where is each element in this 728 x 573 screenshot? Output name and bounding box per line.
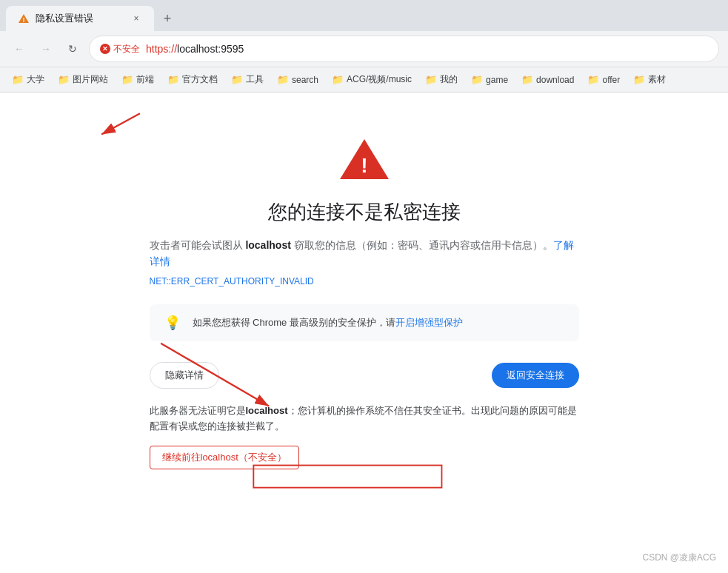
folder-icon: 📁 [58, 74, 70, 85]
bookmark-qianduan[interactable]: 📁 前端 [116, 70, 160, 89]
folder-icon: 📁 [121, 74, 133, 85]
bookmark-daxue[interactable]: 📁 大学 [6, 70, 50, 89]
bookmark-label: 前端 [136, 73, 154, 86]
folder-icon: 📁 [332, 74, 344, 85]
url-protocol: https:// [146, 43, 177, 55]
bookmark-gongju[interactable]: 📁 工具 [225, 70, 270, 89]
back-button[interactable]: ← [9, 38, 30, 59]
security-icon: ✕ [100, 44, 110, 54]
tab-title: 隐私设置错误 [36, 12, 93, 25]
bookmark-label: 我的 [440, 73, 458, 86]
error-heading: 您的连接不是私密连接 [268, 199, 461, 225]
bookmark-label: 官方文档 [182, 73, 218, 86]
description-host: localhost [245, 239, 290, 251]
address-bar-row: ← → ↻ ✕ 不安全 https://localhost:9595 [0, 31, 728, 67]
bookmark-label: 素材 [648, 73, 666, 86]
safe-return-button[interactable]: 返回安全连接 [492, 363, 579, 388]
bulb-icon: 💡 [164, 315, 181, 331]
folder-icon: 📁 [167, 74, 179, 85]
learn-more-link[interactable]: 了解详情 [150, 239, 574, 267]
folder-icon: 📁 [521, 74, 533, 85]
folder-icon: 📁 [12, 74, 24, 85]
url-host: localhost:9595 [177, 43, 244, 55]
bookmark-tupian[interactable]: 📁 图片网站 [52, 70, 114, 89]
folder-icon: 📁 [471, 74, 483, 85]
bookmark-label: download [536, 75, 574, 85]
folder-icon: 📁 [277, 74, 289, 85]
bookmark-label: 大学 [27, 73, 44, 86]
watermark: CSDN @凌康ACG [642, 552, 716, 564]
svg-line-3 [101, 113, 140, 134]
bookmark-wode[interactable]: 📁 我的 [419, 70, 464, 89]
new-tab-button[interactable]: + [157, 8, 178, 29]
page-content: ! 您的连接不是私密连接 攻击者可能会试图从 localhost 窃取您的信息（… [0, 93, 728, 566]
bookmarks-bar: 📁 大学 📁 图片网站 📁 前端 📁 官方文档 📁 工具 📁 search 📁 … [0, 67, 728, 92]
reload-button[interactable]: ↻ [62, 38, 83, 59]
folder-icon: 📁 [231, 74, 243, 85]
folder-icon: 📁 [587, 74, 599, 85]
tab-close-button[interactable]: × [130, 13, 142, 24]
active-tab[interactable]: ! 隐私设置错误 × [6, 6, 154, 31]
bookmark-guanfang[interactable]: 📁 官方文档 [161, 70, 224, 89]
hide-details-button[interactable]: 隐藏详情 [150, 362, 219, 389]
bookmark-label: ACG/视频/music [347, 73, 412, 86]
browser-chrome: ! 隐私设置错误 × + ← → ↻ ✕ 不安全 https://localho… [0, 0, 728, 93]
bookmark-label: offer [602, 75, 620, 85]
bookmark-label: game [486, 75, 508, 85]
address-box[interactable]: ✕ 不安全 https://localhost:9595 [89, 36, 719, 62]
error-description: 攻击者可能会试图从 localhost 窃取您的信息（例如：密码、通讯内容或信用… [150, 237, 579, 270]
help-box: 💡 如果您想获得 Chrome 最高级别的安全保护，请开启增强型保护 [150, 304, 579, 341]
bookmark-label: search [292, 75, 318, 85]
svg-text:!: ! [361, 154, 367, 177]
svg-text:!: ! [23, 16, 25, 24]
tab-bar: ! 隐私设置错误 × + [0, 0, 728, 31]
help-text: 如果您想获得 Chrome 最高级别的安全保护，请开启增强型保护 [193, 316, 463, 329]
proceed-link-box: 继续前往localhost（不安全） [150, 446, 579, 469]
bookmark-offer[interactable]: 📁 offer [581, 71, 626, 88]
bookmark-label: 图片网站 [73, 73, 108, 86]
tab-favicon: ! [18, 13, 30, 24]
security-badge[interactable]: ✕ 不安全 [100, 43, 140, 56]
warning-triangle-icon: ! [338, 137, 390, 181]
security-label: 不安全 [113, 43, 140, 56]
bookmark-label: 工具 [246, 73, 264, 86]
address-url: https://localhost:9595 [146, 43, 708, 55]
details-section: 此服务器无法证明它是localhost；您计算机的操作系统不信任其安全证书。出现… [150, 403, 579, 435]
buttons-row: 隐藏详情 返回安全连接 [150, 362, 579, 389]
folder-icon: 📁 [633, 74, 645, 85]
details-host: localhost [246, 405, 288, 416]
bookmark-sucai[interactable]: 📁 素材 [627, 70, 672, 89]
proceed-link[interactable]: 继续前往localhost（不安全） [150, 446, 299, 469]
forward-button[interactable]: → [36, 38, 56, 59]
bookmark-search[interactable]: 📁 search [271, 71, 324, 88]
bookmark-download[interactable]: 📁 download [515, 71, 580, 88]
bookmark-game[interactable]: 📁 game [465, 71, 514, 88]
error-code: NET::ERR_CERT_AUTHORITY_INVALID [150, 276, 579, 286]
folder-icon: 📁 [425, 74, 437, 85]
bookmark-acg[interactable]: 📁 ACG/视频/music [326, 70, 418, 89]
enhanced-protection-link[interactable]: 开启增强型保护 [395, 317, 463, 328]
